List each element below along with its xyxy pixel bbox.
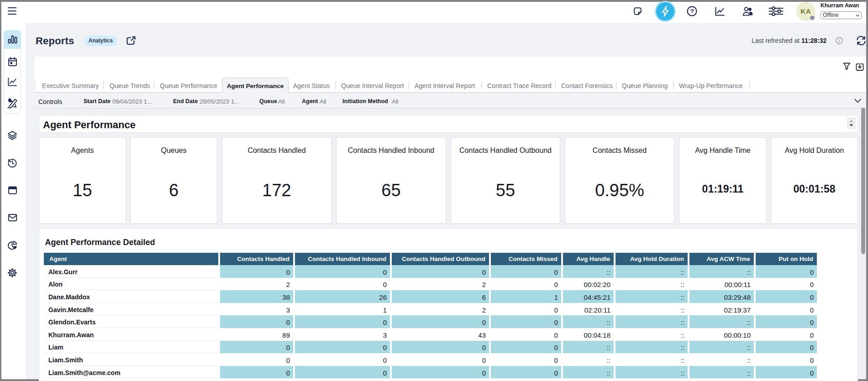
svg-text:i: i bbox=[839, 38, 840, 43]
svg-text:?: ? bbox=[690, 8, 694, 15]
